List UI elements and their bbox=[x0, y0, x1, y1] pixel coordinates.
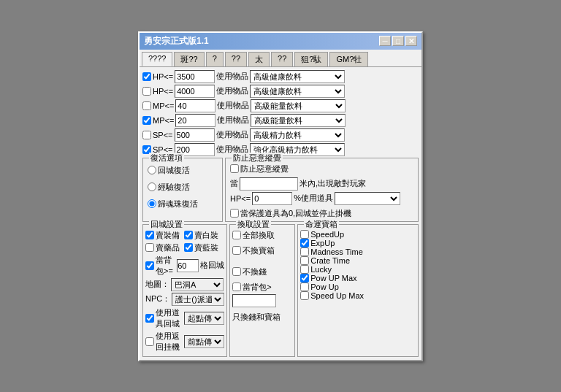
fortune-item-7: Speed Up Max bbox=[300, 291, 416, 300]
cond-check-1[interactable] bbox=[142, 87, 151, 96]
revival-label-2: 歸魂珠復活 bbox=[158, 199, 198, 210]
fortune-item-5: Pow UP Max bbox=[300, 274, 416, 283]
minimize-button[interactable]: ─ bbox=[379, 36, 391, 46]
tab-4[interactable]: 太 bbox=[248, 52, 270, 66]
antievil-hp-value[interactable] bbox=[252, 192, 292, 205]
condition-row-3: MP<= 使用物品 高級能量飲料 bbox=[142, 114, 419, 127]
bag-check[interactable] bbox=[145, 261, 154, 270]
cond-value-1[interactable] bbox=[175, 85, 215, 98]
start-pt-select[interactable]: 起點傳送 bbox=[184, 312, 224, 325]
main-window: 勇安宗正式版1.1 ─ □ ✕ ???? 斑?? ? ?? 太 ?? 狙?駄 G… bbox=[138, 31, 423, 361]
bottom-sections: 回城設置 賣裝備 賣白裝 bbox=[142, 224, 419, 357]
antievil-protect-check[interactable] bbox=[230, 209, 239, 218]
window-title: 勇安宗正式版1.1 bbox=[144, 35, 209, 47]
revival-options: 回城復活 經驗復活 歸魂珠復活 bbox=[148, 165, 218, 210]
revival-option-0: 回城復活 bbox=[148, 165, 218, 176]
sell-blue-check[interactable] bbox=[184, 243, 193, 252]
fortune-title: 命運寶箱 bbox=[304, 219, 339, 230]
sell-equip-check[interactable] bbox=[145, 231, 154, 239]
antievil-when: 當 bbox=[230, 178, 238, 189]
tab-1[interactable]: 斑?? bbox=[174, 52, 204, 66]
revival-label-1: 經驗復活 bbox=[158, 182, 190, 193]
fortune-item-2: Madness Time bbox=[300, 247, 416, 256]
cond-value-2[interactable] bbox=[175, 99, 215, 112]
only-label-wrap: 只換錢和寶箱 bbox=[232, 312, 292, 323]
cond-check-4[interactable] bbox=[142, 131, 151, 139]
town-npc-row: NPC： 護士()派遺 bbox=[145, 293, 224, 306]
sell-white-check[interactable] bbox=[184, 231, 193, 239]
use-item-check[interactable] bbox=[145, 314, 154, 323]
revival-radio-0[interactable] bbox=[148, 166, 156, 174]
fortune-item-4: Lucky bbox=[300, 265, 416, 274]
cond-item-1[interactable]: 高級健康飲料 bbox=[250, 85, 345, 98]
fortune-check-7[interactable] bbox=[300, 291, 309, 300]
title-bar: 勇安宗正式版1.1 ─ □ ✕ bbox=[140, 33, 421, 50]
cond-check-2[interactable] bbox=[142, 101, 151, 110]
tab-0[interactable]: ???? bbox=[142, 52, 172, 66]
antievil-item-select[interactable] bbox=[335, 192, 400, 205]
cur-bag-check[interactable] bbox=[232, 283, 241, 291]
antievil-checkbox[interactable] bbox=[230, 164, 239, 173]
town-sell-row2: 賣藥品 賣藍裝 bbox=[145, 242, 224, 253]
cur-bag-text: 當背包> bbox=[243, 282, 271, 293]
antievil-inner: 米內,出現敵對玩家 bbox=[299, 178, 366, 189]
cond-op-2: MP<= bbox=[153, 101, 174, 110]
sell-equip-text: 賣裝備 bbox=[156, 230, 180, 241]
fortune-section: 命運寶箱 SpeedUp ExpUp Madness Time bbox=[297, 224, 419, 357]
fortune-label-4: Lucky bbox=[310, 265, 332, 274]
antievil-content: 防止惡意縱覺 當 米內,出現敵對玩家 HP<= %使用道具 bbox=[230, 164, 413, 219]
fortune-check-4[interactable] bbox=[300, 265, 309, 274]
town-sell-row1: 賣裝備 賣白裝 bbox=[145, 230, 224, 241]
cond-item-2[interactable]: 高級能量飲料 bbox=[251, 99, 346, 112]
fortune-label-1: ExpUp bbox=[310, 239, 335, 247]
tab-6[interactable]: 狙?駄 bbox=[294, 52, 328, 66]
antievil-protect-row: 當保護道具為0,回城並停止掛機 bbox=[230, 208, 413, 219]
use-return-check[interactable] bbox=[145, 337, 154, 346]
no-chest-check[interactable] bbox=[232, 246, 241, 255]
no-money-check[interactable] bbox=[232, 267, 241, 276]
bag-value-input[interactable] bbox=[177, 259, 199, 272]
cond-check-3[interactable] bbox=[142, 116, 151, 125]
fortune-label-0: SpeedUp bbox=[310, 230, 344, 239]
cond-value-4[interactable] bbox=[175, 128, 215, 142]
condition-row-0: HP<= 使用物品 高級健康飲料 bbox=[142, 70, 419, 83]
cond-value-3[interactable] bbox=[175, 114, 215, 127]
antievil-range-input[interactable] bbox=[240, 177, 298, 191]
fortune-check-6[interactable] bbox=[300, 283, 309, 291]
revival-radio-2[interactable] bbox=[148, 199, 156, 208]
npc-select[interactable]: 護士()派遺 bbox=[172, 293, 224, 306]
fortune-item-6: Pow Up bbox=[300, 283, 416, 291]
fortune-check-0[interactable] bbox=[300, 230, 309, 239]
fortune-check-5[interactable] bbox=[300, 274, 309, 283]
tab-7[interactable]: GM?牡 bbox=[329, 52, 368, 66]
map-select[interactable]: 巴洞A bbox=[171, 278, 224, 291]
cond-item-0[interactable]: 高級健康飲料 bbox=[250, 70, 345, 83]
cur-bag-value[interactable] bbox=[232, 294, 276, 307]
antievil-section: 防止惡意縱覺 防止惡意縱覺 當 米內,出現敵對玩家 HP<= %使用道具 bbox=[225, 158, 419, 222]
fortune-check-3[interactable] bbox=[300, 256, 309, 265]
antievil-percent: %使用道具 bbox=[294, 193, 333, 204]
cond-value-0[interactable] bbox=[175, 70, 215, 83]
no-money-label: 不換錢 bbox=[232, 266, 292, 277]
fortune-check-1[interactable] bbox=[300, 239, 309, 247]
revival-option-2: 歸魂珠復活 bbox=[148, 199, 218, 210]
revival-radio-1[interactable] bbox=[148, 182, 156, 191]
sell-item-check[interactable] bbox=[145, 243, 154, 252]
cond-item-4[interactable]: 高級精力飲料 bbox=[250, 128, 345, 142]
all-pickup-check[interactable] bbox=[232, 231, 241, 239]
tab-2[interactable]: ? bbox=[206, 52, 224, 66]
cond-check-0[interactable] bbox=[142, 72, 151, 81]
antievil-title: 防止惡意縱覺 bbox=[232, 153, 283, 164]
tab-3[interactable]: ?? bbox=[225, 52, 247, 66]
use-item-text: 使用道具回城 bbox=[156, 307, 181, 329]
maximize-button[interactable]: □ bbox=[392, 36, 404, 46]
close-button[interactable]: ✕ bbox=[405, 36, 417, 46]
cond-op-3: MP<= bbox=[153, 116, 174, 125]
front-pt-select[interactable]: 前點傳送 bbox=[184, 335, 224, 348]
cond-item-3[interactable]: 高級能量飲料 bbox=[251, 114, 346, 127]
cond-use-0: 使用物品 bbox=[216, 71, 248, 82]
tab-5[interactable]: ?? bbox=[271, 52, 293, 66]
npc-label: NPC： bbox=[145, 293, 170, 304]
cur-bag-label: 當背包> bbox=[232, 282, 292, 293]
fortune-check-2[interactable] bbox=[300, 247, 309, 256]
